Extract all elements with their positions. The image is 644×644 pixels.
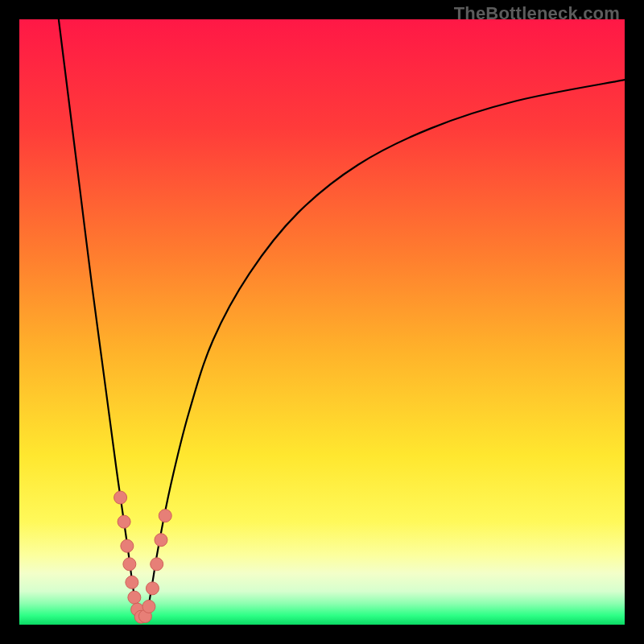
data-marker bbox=[151, 558, 163, 571]
curve-left-branch bbox=[59, 19, 138, 618]
data-marker bbox=[142, 600, 155, 613]
data-marker bbox=[159, 510, 171, 522]
plot-area bbox=[19, 19, 625, 625]
data-marker bbox=[114, 491, 127, 504]
data-marker bbox=[123, 558, 136, 571]
data-marker bbox=[128, 591, 141, 604]
curve-right-branch bbox=[147, 80, 625, 618]
curve-layer bbox=[19, 19, 625, 625]
data-marker bbox=[121, 539, 134, 552]
data-marker bbox=[155, 534, 167, 547]
chart-frame: TheBottleneck.com bbox=[0, 0, 644, 644]
data-marker bbox=[118, 515, 130, 528]
data-marker bbox=[146, 582, 159, 595]
data-marker bbox=[126, 576, 138, 588]
